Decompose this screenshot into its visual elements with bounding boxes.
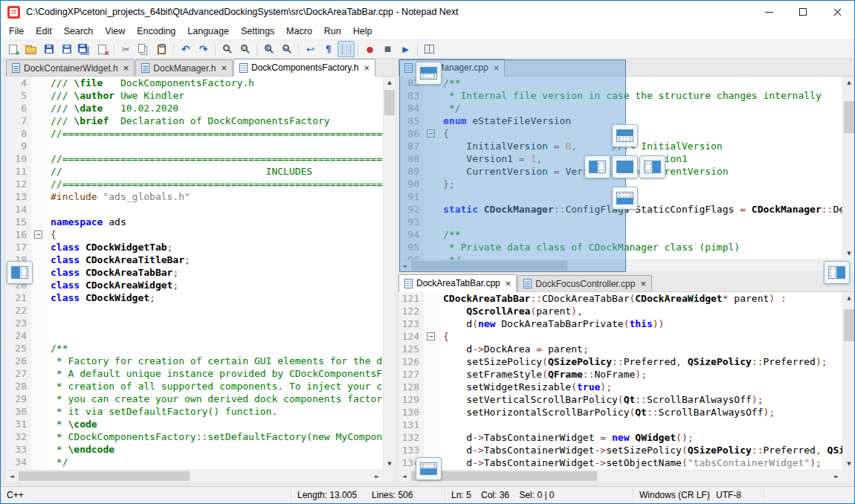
menu-item-encoding[interactable]: Encoding (131, 25, 181, 38)
maximize-button[interactable] (786, 1, 820, 23)
menu-item-view[interactable]: View (99, 25, 131, 38)
scroll-up-icon[interactable]: ▲ (843, 77, 855, 88)
undo-button[interactable]: ↶ (177, 41, 194, 57)
menu-item-edit[interactable]: Edit (30, 25, 58, 38)
line-number: 29 (6, 392, 27, 405)
stop-macro-button[interactable]: ■ (379, 41, 396, 57)
page-new-icon (9, 45, 17, 54)
hscroll-bottom_right[interactable]: ◄ ► (399, 470, 842, 482)
dock-layout-button[interactable] (421, 41, 438, 57)
open-file-button[interactable] (22, 41, 39, 57)
show-all-characters-button[interactable]: ¶ (320, 41, 337, 57)
menu-item-language[interactable]: Language (181, 25, 235, 38)
new-file-button[interactable] (4, 41, 22, 57)
minimize-button[interactable] (752, 1, 786, 23)
drop-indicator-left[interactable] (584, 155, 610, 178)
tab-close-icon[interactable]: × (221, 63, 227, 73)
status-language[interactable]: C++ (1, 487, 291, 503)
scroll-up-icon[interactable]: ▲ (384, 77, 396, 88)
code-line: class CDockWidgetTab; (51, 241, 383, 253)
save-all-button[interactable] (76, 41, 93, 57)
code-line: /// \author Uwe Kindler (51, 89, 383, 102)
tab-DockComponentsFactory.h[interactable]: DockComponentsFactory.h× (233, 59, 375, 77)
drop-indicator-edge-left[interactable] (7, 261, 33, 284)
vscroll-left[interactable]: ▲ ▼ (383, 77, 396, 470)
vscroll-thumb-left[interactable] (384, 90, 395, 115)
drop-indicator-right[interactable] (639, 155, 665, 178)
drop-indicator-center[interactable] (612, 155, 638, 178)
copy-button[interactable] (135, 41, 152, 57)
scroll-right-icon[interactable]: ► (371, 471, 383, 482)
dock-bottom-icon (420, 462, 437, 475)
fold-marker[interactable]: − (427, 332, 435, 340)
magnifier-replace-icon (241, 45, 248, 51)
code-line (51, 329, 383, 342)
scroll-up-icon[interactable]: ▲ (843, 292, 855, 304)
line-number: 26 (6, 355, 27, 367)
redo-button[interactable]: ↷ (195, 41, 212, 57)
code-line: * Factory for creation of certain GUI el… (51, 355, 383, 367)
minimize-icon (765, 12, 773, 13)
menu-item-run[interactable]: Run (318, 25, 347, 38)
scroll-down-icon[interactable]: ▼ (384, 458, 396, 470)
menu-item-search[interactable]: Search (58, 25, 100, 38)
fold-margin-bottom_right[interactable]: − (424, 292, 440, 470)
copy-icon (138, 44, 145, 53)
replace-button[interactable] (236, 41, 254, 57)
menu-item-help[interactable]: Help (347, 25, 378, 38)
drop-indicator-edge-right[interactable] (824, 261, 850, 284)
find-button[interactable] (219, 41, 236, 57)
record-macro-button[interactable]: ● (361, 41, 378, 57)
code-bottom_right[interactable]: CDockAreaTabBar::CDockAreaTabBar(CDockAr… (440, 292, 842, 470)
cut-button[interactable]: ✂ (117, 41, 135, 57)
hscroll-thumb-left[interactable] (19, 471, 190, 481)
paste-button[interactable] (153, 41, 170, 57)
show-indentation-guide-button[interactable] (338, 41, 355, 57)
scroll-left-icon[interactable]: ◄ (6, 471, 18, 482)
fold-marker[interactable]: − (34, 230, 42, 239)
zoom-out-button[interactable] (278, 41, 295, 57)
vscroll-thumb-top-right[interactable] (844, 101, 854, 133)
vscroll-top_right[interactable]: ▲ ▼ (842, 77, 855, 259)
close-button[interactable] (820, 1, 854, 23)
tab-DockContainerWidget.h[interactable]: DockContainerWidget.h× (6, 59, 135, 76)
drop-indicator-bottom[interactable] (612, 187, 638, 210)
tab-close-icon[interactable]: × (506, 279, 512, 288)
code-left[interactable]: /// \file DockComponentsFactory.h/// \au… (48, 77, 383, 470)
scroll-left-icon[interactable]: ◄ (399, 471, 410, 482)
zoom-out-icon (283, 45, 289, 51)
toolbar-separator (173, 43, 174, 56)
tab-close-icon[interactable]: × (123, 63, 129, 73)
document-icon (404, 279, 413, 288)
menu-item-file[interactable]: File (3, 25, 30, 38)
fold-margin-left[interactable]: − (31, 77, 48, 470)
app-window: C:\CodingXP\cetoni_projects_64bit\QtAdva… (0, 0, 855, 504)
scroll-down-icon[interactable]: ▼ (843, 248, 855, 259)
scroll-right-icon[interactable]: ► (830, 471, 842, 482)
drop-indicator-edge-bottom[interactable] (416, 457, 442, 480)
save-copy-as-button[interactable] (58, 41, 75, 57)
status-encoding[interactable]: UTF-8 (710, 487, 764, 503)
tab-close-icon[interactable]: × (364, 63, 370, 73)
play-macro-button[interactable]: ▶ (397, 41, 414, 57)
vscroll-bottom_right[interactable]: ▲ ▼ (842, 292, 855, 470)
tab-DockManager.h[interactable]: DockManager.h× (135, 59, 233, 76)
tab-close-icon[interactable]: × (640, 279, 646, 288)
zoom-in-button[interactable] (260, 41, 277, 57)
scroll-down-icon[interactable]: ▼ (843, 458, 855, 470)
code-line (51, 140, 383, 152)
drop-indicator-edge-top[interactable] (416, 62, 442, 85)
vscroll-thumb-bottom-right[interactable] (844, 309, 854, 341)
line-number: 5 (6, 89, 27, 102)
drop-indicator-top[interactable] (612, 124, 638, 147)
word-wrap-button[interactable]: ↩ (302, 41, 319, 57)
tab-DockAreaTabBar.cpp[interactable]: DockAreaTabBar.cpp× (399, 274, 517, 292)
tab-label: DockManager.h (153, 63, 216, 74)
menu-item-macro[interactable]: Macro (280, 25, 318, 38)
hscroll-left[interactable]: ◄ ► (6, 470, 383, 482)
tab-DockFocusController.cpp[interactable]: DockFocusController.cpp× (517, 275, 652, 291)
menu-item-settings[interactable]: Settings (235, 25, 280, 38)
close-file-button[interactable] (94, 41, 111, 57)
save-file-button[interactable] (40, 41, 57, 57)
status-eol-format[interactable]: Windows (CR LF) (633, 487, 709, 503)
